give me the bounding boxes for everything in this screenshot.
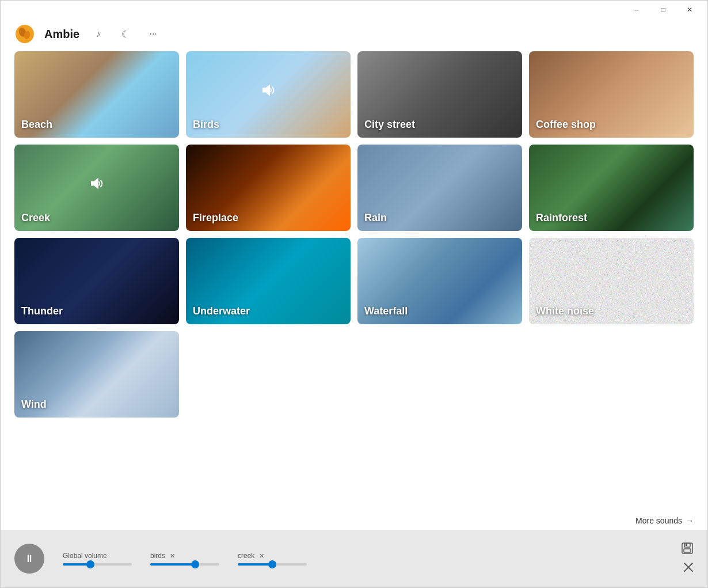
playing-icon-creek (87, 174, 106, 197)
sound-label-coffee-shop: Coffee shop (536, 119, 596, 131)
sound-card-city-street[interactable]: City street (357, 51, 522, 138)
more-sounds-button[interactable]: More sounds → (635, 516, 694, 525)
sound-label-birds: Birds (193, 119, 219, 131)
active-sound-birds: birds ✕ (150, 552, 219, 566)
sound-card-fireplace[interactable]: Fireplace (186, 145, 351, 231)
birds-sound-label: birds (150, 552, 165, 560)
maximize-button[interactable]: □ (650, 1, 676, 19)
sound-grid: Beach BirdsCity streetCoffee shop CreekF… (14, 51, 694, 418)
sound-card-underwater[interactable]: Underwater (186, 238, 351, 324)
bottom-bar-right (681, 542, 694, 575)
svg-rect-5 (684, 549, 691, 552)
app-header: Ambie ♪ ☾ ··· (1, 19, 707, 51)
save-button[interactable] (681, 542, 694, 557)
creek-sound-label: creek (238, 552, 254, 560)
svg-rect-6 (686, 544, 687, 546)
sound-label-underwater: Underwater (193, 305, 250, 317)
sound-card-coffee-shop[interactable]: Coffee shop (529, 51, 694, 138)
bottom-bar: ⏸ Global volume birds ✕ creek ✕ (1, 530, 707, 587)
sound-label-beach: Beach (21, 119, 52, 131)
sound-label-rain: Rain (364, 212, 387, 224)
sound-label-fireplace: Fireplace (193, 212, 238, 224)
sound-label-rainforest: Rainforest (536, 212, 587, 224)
creek-close-button[interactable]: ✕ (259, 553, 264, 559)
sound-card-rainforest[interactable]: Rainforest (529, 145, 694, 231)
birds-close-button[interactable]: ✕ (170, 553, 175, 559)
sound-card-waterfall[interactable]: Waterfall (357, 238, 522, 324)
global-volume-section: Global volume (63, 552, 132, 566)
sound-card-birds[interactable]: Birds (186, 51, 351, 138)
global-volume-slider[interactable] (63, 563, 132, 566)
sound-card-wind[interactable]: Wind (14, 331, 179, 418)
play-pause-icon: ⏸ (24, 553, 35, 565)
sound-card-creek[interactable]: Creek (14, 145, 179, 231)
sound-card-white-noise[interactable]: White noise (529, 238, 694, 324)
play-pause-button[interactable]: ⏸ (14, 544, 44, 574)
close-button[interactable]: ✕ (676, 1, 703, 19)
sound-label-wind: Wind (21, 399, 47, 411)
app-logo (14, 24, 35, 44)
sound-card-rain[interactable]: Rain (357, 145, 522, 231)
playing-icon-birds (259, 81, 277, 104)
close-icon (683, 562, 694, 572)
sound-label-white-noise: White noise (536, 305, 594, 317)
minimize-button[interactable]: – (623, 1, 650, 19)
sound-card-thunder[interactable]: Thunder (14, 238, 179, 324)
app-title: Ambie (44, 28, 79, 41)
save-icon (681, 542, 694, 555)
birds-volume-slider[interactable] (150, 563, 219, 566)
global-volume-label: Global volume (63, 552, 132, 560)
creek-volume-slider[interactable] (238, 563, 307, 566)
more-sounds-label: More sounds (635, 516, 682, 525)
music-icon-button[interactable]: ♪ (89, 25, 107, 43)
sound-label-thunder: Thunder (21, 305, 63, 317)
sound-label-creek: Creek (21, 212, 50, 224)
bottom-close-button[interactable] (683, 562, 694, 575)
main-content: Beach BirdsCity streetCoffee shop CreekF… (1, 51, 707, 507)
more-sounds-arrow: → (686, 516, 694, 525)
sound-label-waterfall: Waterfall (364, 305, 408, 317)
active-sound-creek: creek ✕ (238, 552, 307, 566)
more-sounds-row: More sounds → (1, 507, 707, 530)
titlebar: – □ ✕ (1, 1, 707, 19)
sound-label-city-street: City street (364, 119, 415, 131)
moon-icon-button[interactable]: ☾ (116, 25, 135, 43)
sound-card-beach[interactable]: Beach (14, 51, 179, 138)
more-icon-button[interactable]: ··· (144, 25, 162, 43)
